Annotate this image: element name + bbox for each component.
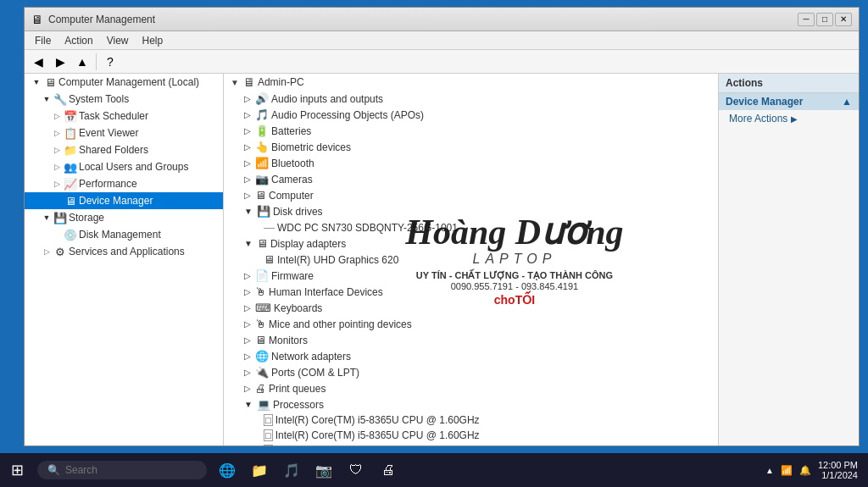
device-cpu-1[interactable]: □ Intel(R) Core(TM) i5-8365U CPU @ 1.60G… <box>224 428 718 443</box>
device-mice[interactable]: ▷ 🖱 Mice and other pointing devices <box>224 316 718 332</box>
audio-apo-icon: 🎵 <box>255 108 269 121</box>
taskbar-folder-icon[interactable]: 📁 <box>246 457 273 484</box>
leaf-arrow: ▷ <box>42 246 52 257</box>
device-computer[interactable]: ▷ 🖥 Computer <box>224 187 718 203</box>
tree-disk-management[interactable]: 💿 Disk Management <box>25 226 223 243</box>
device-batteries[interactable]: ▷ 🔋 Batteries <box>224 123 718 139</box>
device-root[interactable]: ▼ 🖥 Admin-PC <box>224 74 718 91</box>
menu-help[interactable]: Help <box>136 33 170 48</box>
device-audio-apo[interactable]: ▷ 🎵 Audio Processing Objects (APOs) <box>224 107 718 123</box>
event-viewer-icon: 📋 <box>64 126 77 140</box>
taskbar-shield-icon[interactable]: 🛡 <box>342 457 370 484</box>
print-icon: 🖨 <box>255 382 266 395</box>
device-biometric[interactable]: ▷ 👆 Biometric devices <box>224 139 718 155</box>
expand-icon: ▷ <box>244 351 251 361</box>
search-icon: 🔍 <box>47 464 60 476</box>
right-panel: Actions Device Manager ▲ More Actions ▶ <box>719 74 859 445</box>
device-cpu-0[interactable]: □ Intel(R) Core(TM) i5-8365U CPU @ 1.60G… <box>224 412 718 428</box>
shared-folders-icon: 📁 <box>64 143 77 157</box>
device-firmware[interactable]: ▷ 📄 Firmware <box>224 268 718 284</box>
tree-device-manager[interactable]: 🖥 Device Manager <box>25 192 223 209</box>
maximize-button[interactable]: □ <box>816 13 833 26</box>
more-actions-label: More Actions <box>729 113 787 125</box>
cpu-chip-icon: □ <box>264 429 273 441</box>
biometric-label: Biometric devices <box>271 141 351 153</box>
actions-collapse-icon: ▲ <box>842 96 852 108</box>
tree-local-users[interactable]: ▷ 👥 Local Users and Groups <box>25 158 223 175</box>
tree-root[interactable]: ▼ 🖥 Computer Management (Local) <box>25 74 223 91</box>
device-intel-gpu[interactable]: 🖥 Intel(R) UHD Graphics 620 <box>224 252 718 268</box>
device-bluetooth[interactable]: ▷ 📶 Bluetooth <box>224 155 718 171</box>
expand-icon: ▷ <box>244 94 251 103</box>
tree-services[interactable]: ▷ ⚙ Services and Applications <box>25 243 223 260</box>
leaf-arrow: ▷ <box>52 162 62 172</box>
left-panel: ▼ 🖥 Computer Management (Local) ▼ 🔧 Syst… <box>25 74 224 445</box>
tray-chevron-icon[interactable]: ▲ <box>765 466 774 475</box>
expand-icon: ▷ <box>244 110 251 119</box>
device-monitors[interactable]: ▷ 🖥 Monitors <box>224 332 718 348</box>
taskbar-music-icon[interactable]: 🎵 <box>278 457 305 484</box>
tree-event-viewer[interactable]: ▷ 📋 Event Viewer <box>25 125 223 141</box>
device-audio-inputs[interactable]: ▷ 🔊 Audio inputs and outputs <box>224 91 718 107</box>
toolbar: ◀ ▶ ▲ ? <box>25 50 859 74</box>
disk-drives-icon: 💾 <box>257 205 270 218</box>
device-hid[interactable]: ▷ 🖱 Human Interface Devices <box>224 284 718 300</box>
expand-arrow: ▼ <box>42 213 52 223</box>
device-wdc[interactable]: — WDC PC SN730 SDBQNTY-256G-1001 <box>224 219 718 235</box>
batteries-icon: 🔋 <box>255 125 269 137</box>
tree-root-label: Computer Management (Local) <box>58 76 199 88</box>
taskbar-camera-icon[interactable]: 📷 <box>310 457 337 484</box>
actions-more-actions[interactable]: More Actions ▶ <box>719 110 859 127</box>
device-disk-drives[interactable]: ▼ 💾 Disk drives <box>224 203 718 219</box>
tree-system-tools[interactable]: ▼ 🔧 System Tools <box>25 91 223 108</box>
hid-label: Human Interface Devices <box>269 286 383 298</box>
audio-inputs-label: Audio inputs and outputs <box>271 93 383 105</box>
cpu-chip-icon: □ <box>264 445 273 445</box>
device-cpu-2[interactable]: □ Intel(R) Core(TM) i5-8365U CPU @ 1.60G… <box>224 443 718 445</box>
actions-device-manager-section[interactable]: Device Manager ▲ <box>719 93 859 110</box>
device-cameras[interactable]: ▷ 📷 Cameras <box>224 171 718 187</box>
device-print-queues[interactable]: ▷ 🖨 Print queues <box>224 380 718 396</box>
tree-task-scheduler[interactable]: ▷ 📅 Task Scheduler <box>25 108 223 125</box>
tree-performance[interactable]: ▷ 📈 Performance <box>25 175 223 192</box>
mice-icon: 🖱 <box>255 318 266 330</box>
cameras-label: Cameras <box>271 174 313 185</box>
menu-action[interactable]: Action <box>58 33 99 48</box>
start-button[interactable]: ⊞ <box>0 453 34 487</box>
device-processors[interactable]: ▼ 💻 Processors <box>224 396 718 412</box>
tree-shared-folders[interactable]: ▷ 📁 Shared Folders <box>25 141 223 158</box>
main-window: 🖥 Computer Management ─ □ ✕ File Action … <box>24 7 860 446</box>
cpu-0-label: Intel(R) Core(TM) i5-8365U CPU @ 1.60GHz <box>275 414 480 426</box>
system-tools-icon: 🔧 <box>53 92 67 106</box>
tray-speaker-icon[interactable]: 🔔 <box>799 465 811 476</box>
taskbar-print-icon[interactable]: 🖨 <box>375 457 402 484</box>
device-keyboards[interactable]: ▷ ⌨ Keyboards <box>224 300 718 316</box>
task-scheduler-icon: 📅 <box>64 109 77 123</box>
content-area: ▼ 🖥 Computer Management (Local) ▼ 🔧 Syst… <box>25 74 859 445</box>
audio-apo-label: Audio Processing Objects (APOs) <box>271 109 424 121</box>
search-input[interactable] <box>65 464 184 476</box>
taskbar-edge-icon[interactable]: 🌐 <box>214 457 241 484</box>
close-button[interactable]: ✕ <box>835 13 852 26</box>
forward-button[interactable]: ▶ <box>50 53 70 71</box>
expand-icon: ▼ <box>244 400 253 409</box>
middle-panel: Hoàng Dương LAPTOP UY TÍN - CHẤT LƯỢNG -… <box>224 74 719 445</box>
menu-view[interactable]: View <box>100 33 136 48</box>
device-network[interactable]: ▷ 🌐 Network adapters <box>224 348 718 364</box>
device-ports[interactable]: ▷ 🔌 Ports (COM & LPT) <box>224 364 718 380</box>
firmware-icon: 📄 <box>255 269 269 282</box>
system-clock[interactable]: 12:00 PM 1/1/2024 <box>818 460 858 480</box>
help-button[interactable]: ? <box>100 53 120 71</box>
up-button[interactable]: ▲ <box>72 53 92 71</box>
back-button[interactable]: ◀ <box>28 53 48 71</box>
tree-storage-label: Storage <box>69 212 104 224</box>
menu-file[interactable]: File <box>28 33 58 48</box>
tray-wifi-icon[interactable]: 📶 <box>781 465 793 476</box>
tree-storage[interactable]: ▼ 💾 Storage <box>25 209 223 226</box>
device-display[interactable]: ▼ 🖥 Display adapters <box>224 235 718 252</box>
expand-icon: ▷ <box>244 287 251 296</box>
clock-date: 1/1/2024 <box>818 470 858 480</box>
processors-label: Processors <box>273 399 324 411</box>
search-box[interactable]: 🔍 <box>37 461 207 479</box>
minimize-button[interactable]: ─ <box>798 13 815 26</box>
